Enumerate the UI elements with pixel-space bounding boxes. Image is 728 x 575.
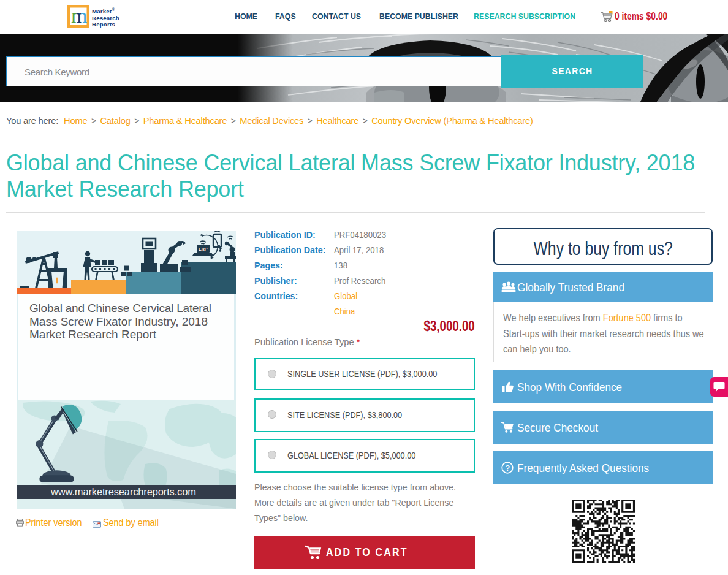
svg-text:Market Research Report: Market Research Report	[29, 328, 157, 341]
svg-text:ERP: ERP	[199, 247, 208, 251]
svg-text:Mass Screw Fixator Industry, 2: Mass Screw Fixator Industry, 2018	[29, 315, 208, 328]
svg-text:www.marketresearchreports.com: www.marketresearchreports.com	[50, 486, 196, 497]
svg-text:Global and Chinese Cervical La: Global and Chinese Cervical Lateral	[29, 302, 211, 314]
svg-text:?: ?	[506, 464, 510, 473]
